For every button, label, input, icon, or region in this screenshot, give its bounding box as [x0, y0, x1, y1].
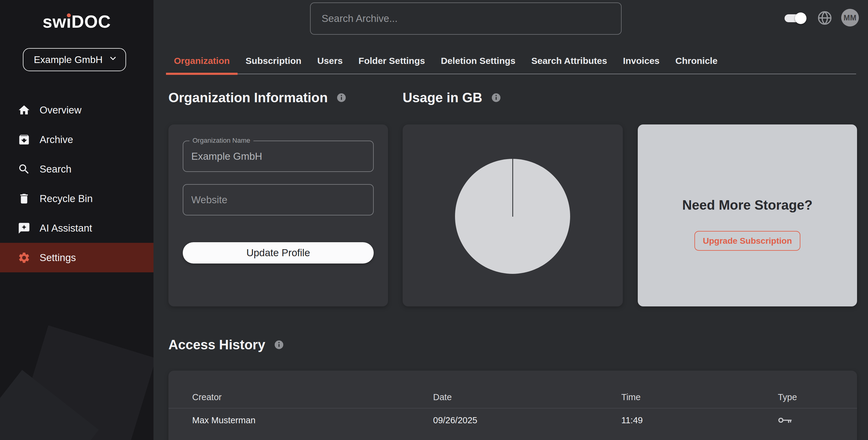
sidebar-item-archive[interactable]: Archive [0, 125, 154, 154]
table-header-time: Time [621, 391, 641, 404]
tab-users[interactable]: Users [309, 48, 350, 74]
sidebar-item-label: Search [40, 163, 71, 175]
sidebar-item-label: Recycle Bin [40, 193, 93, 204]
home-icon [18, 104, 30, 116]
sidebar-item-settings[interactable]: Settings [0, 243, 154, 272]
usage-chart-card [403, 125, 623, 306]
chat-star-icon [18, 222, 30, 235]
tab-organization[interactable]: Organization [166, 48, 238, 74]
storage-upsell-title: Need More Storage? [638, 198, 857, 213]
usage-heading-row: Usage in GB [403, 90, 501, 105]
org-info-heading-row: Organization Information [168, 90, 347, 105]
key-icon [778, 414, 793, 427]
table-header-creator: Creator [192, 391, 222, 404]
toggle-knob [795, 12, 806, 24]
storage-upsell-card: Need More Storage? Upgrade Subscription [638, 125, 857, 306]
sidebar-item-label: Archive [40, 134, 73, 145]
tab-search-attributes[interactable]: Search Attributes [523, 48, 615, 74]
table-cell-time: 11:49 [621, 414, 643, 427]
gear-icon [18, 251, 30, 264]
search-archive-input[interactable] [310, 2, 622, 35]
brand-logo-i: ı [66, 11, 71, 32]
organization-name-input[interactable] [183, 141, 373, 171]
sidebar-item-label: Overview [40, 104, 82, 116]
sidebar-item-ai-assistant[interactable]: AI Assistant [0, 213, 154, 243]
table-header-type: Type [778, 391, 797, 404]
app-window: swıDOC Example GmbH Overview Archive [0, 0, 868, 440]
update-profile-button[interactable]: Update Profile [183, 242, 374, 264]
user-avatar[interactable]: MM [841, 9, 859, 27]
access-history-title: Access History [168, 337, 265, 352]
usage-pie-slice-boundary [512, 159, 513, 217]
table-cell-creator: Max Musterman [192, 414, 255, 427]
archive-icon [18, 133, 30, 146]
access-history-heading-row: Access History [168, 337, 284, 352]
tab-deletion-settings[interactable]: Deletion Settings [433, 48, 523, 74]
usage-title: Usage in GB [403, 90, 483, 105]
tab-folder-settings[interactable]: Folder Settings [350, 48, 433, 74]
info-icon[interactable] [336, 93, 347, 103]
sidebar-item-label: AI Assistant [40, 223, 92, 234]
organization-name-field: Organization Name [183, 141, 374, 172]
table-header-date: Date [433, 391, 452, 404]
sidebar-item-recycle-bin[interactable]: Recycle Bin [0, 184, 154, 213]
sidebar-nav: Overview Archive Search Recycle Bin [0, 95, 154, 272]
website-field [183, 184, 374, 215]
organization-info-card: Organization Name Update Profile [168, 125, 388, 306]
sidebar-item-overview[interactable]: Overview [0, 95, 154, 125]
sidebar-item-label: Settings [40, 252, 76, 264]
info-icon[interactable] [274, 340, 284, 350]
tab-invoices[interactable]: Invoices [615, 48, 667, 74]
tab-subscription[interactable]: Subscription [238, 48, 309, 74]
organization-dropdown-label: Example GmbH [34, 54, 103, 65]
upgrade-subscription-button[interactable]: Upgrade Subscription [694, 231, 800, 251]
org-info-title: Organization Information [168, 90, 328, 105]
info-icon[interactable] [491, 93, 501, 103]
organization-dropdown[interactable]: Example GmbH [23, 48, 126, 71]
organization-name-label: Organization Name [189, 137, 253, 144]
brand-logo-part: DOC [71, 12, 111, 31]
tab-chronicle[interactable]: Chronicle [668, 48, 725, 74]
search-icon [18, 163, 30, 176]
brand-logo-part: sw [43, 12, 66, 31]
access-history-table-card: Creator Date Time Type Max Musterman 09/… [168, 371, 857, 440]
theme-toggle[interactable] [784, 11, 808, 25]
settings-tabs: Organization Subscription Users Folder S… [166, 48, 856, 74]
chevron-down-icon [108, 54, 118, 65]
sidebar-item-search[interactable]: Search [0, 154, 154, 184]
sidebar: swıDOC Example GmbH Overview Archive [0, 0, 154, 440]
language-globe-icon[interactable] [816, 10, 833, 26]
brand-logo: swıDOC [0, 11, 154, 32]
trash-icon [18, 192, 30, 205]
website-input[interactable] [183, 185, 373, 215]
table-cell-date: 09/26/2025 [433, 414, 477, 427]
table-divider [168, 408, 857, 408]
